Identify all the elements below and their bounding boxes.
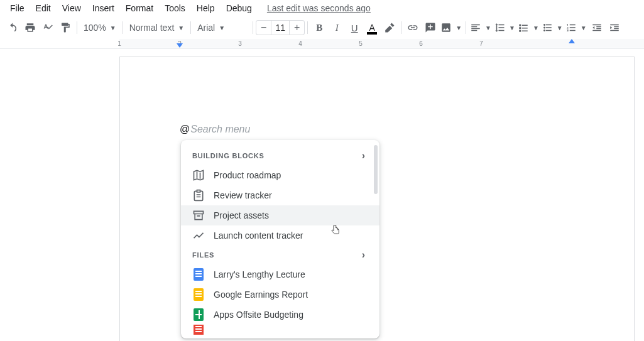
- ruler-number: 7: [479, 40, 483, 47]
- menu-format[interactable]: Format: [121, 1, 158, 16]
- section-building-blocks: BUILDING BLOCKS › Product roadmap Review…: [181, 146, 379, 246]
- item-label: Apps Offsite Budgeting: [214, 310, 303, 320]
- item-label: Product roadmap: [214, 170, 281, 180]
- at-symbol: @: [180, 124, 190, 135]
- ruler-area: 1 2 3 4 5 6 7: [0, 39, 644, 49]
- font-size-decrease-button[interactable]: −: [256, 20, 271, 35]
- item-launch-content-tracker[interactable]: Launch content tracker: [181, 225, 379, 246]
- paragraph-style-value: Normal text: [129, 23, 175, 33]
- chevron-right-icon: ›: [362, 150, 366, 161]
- docs-icon: [194, 268, 204, 281]
- item-label: Launch content tracker: [214, 230, 303, 241]
- caret-down-icon: ▼: [110, 24, 116, 31]
- last-edit-link[interactable]: Last edit was seconds ago: [267, 3, 371, 13]
- ruler-number: 4: [298, 40, 302, 47]
- sheets-icon: [194, 308, 204, 321]
- zoom-dropdown[interactable]: 100%▼: [80, 19, 120, 36]
- item-project-assets[interactable]: Project assets: [181, 205, 379, 225]
- separator: [401, 21, 401, 34]
- trend-icon: [192, 229, 205, 242]
- checklist-dropdown[interactable]: ▼: [516, 19, 540, 36]
- item-file-4[interactable]: [181, 325, 379, 335]
- ruler-number: 3: [238, 40, 242, 47]
- left-indent-marker-icon[interactable]: [177, 43, 183, 48]
- item-label: Project assets: [214, 210, 269, 220]
- separator: [123, 21, 123, 34]
- spellcheck-button[interactable]: [39, 19, 57, 36]
- line-spacing-dropdown[interactable]: ▼: [493, 19, 516, 36]
- undo-button[interactable]: [4, 19, 21, 36]
- clipboard-icon: [192, 189, 205, 202]
- right-indent-marker-icon[interactable]: [569, 39, 575, 43]
- insert-comment-button[interactable]: [422, 19, 439, 36]
- indent-increase-button[interactable]: [606, 19, 623, 36]
- smart-chip-menu: BUILDING BLOCKS › Product roadmap Review…: [181, 140, 379, 338]
- paint-format-button[interactable]: [57, 19, 74, 36]
- separator: [77, 21, 77, 34]
- menu-help[interactable]: Help: [192, 1, 220, 16]
- section-header-files[interactable]: FILES ›: [181, 246, 379, 264]
- ruler-number: 5: [359, 40, 363, 47]
- section-title: BUILDING BLOCKS: [192, 152, 265, 160]
- item-label: Review tracker: [214, 190, 272, 200]
- ruler[interactable]: 1 2 3 4 5 6 7: [119, 39, 644, 48]
- bulleted-list-dropdown[interactable]: ▼: [540, 19, 564, 36]
- menu-edit[interactable]: Edit: [31, 1, 56, 16]
- indent-decrease-button[interactable]: [588, 19, 606, 36]
- italic-button[interactable]: I: [328, 19, 346, 36]
- font-size-increase-button[interactable]: +: [290, 20, 305, 35]
- menu-file[interactable]: File: [5, 1, 30, 16]
- at-mention[interactable]: @ Search menu: [180, 124, 250, 135]
- text-color-button[interactable]: A: [363, 19, 381, 36]
- item-file-2[interactable]: Google Earnings Report: [181, 284, 379, 305]
- caret-down-icon: ▼: [219, 24, 225, 31]
- separator: [190, 21, 191, 34]
- align-dropdown[interactable]: ▼: [469, 19, 493, 36]
- caret-down-icon: ▼: [178, 24, 184, 31]
- font-size-input[interactable]: 11: [271, 20, 290, 35]
- insert-link-button[interactable]: [404, 19, 422, 36]
- item-review-tracker[interactable]: Review tracker: [181, 185, 379, 205]
- item-file-1[interactable]: Larry's Lengthy Lecture: [181, 264, 379, 284]
- item-product-roadmap[interactable]: Product roadmap: [181, 165, 379, 185]
- caret-down-icon: ▼: [456, 24, 462, 31]
- caret-down-icon: ▼: [509, 24, 515, 31]
- item-label: Google Earnings Report: [214, 290, 308, 300]
- menu-view[interactable]: View: [57, 1, 86, 16]
- font-value: Arial: [197, 23, 215, 33]
- separator: [466, 21, 466, 34]
- archive-icon: [192, 209, 205, 222]
- mention-placeholder: Search menu: [190, 124, 250, 135]
- item-label: Larry's Lengthy Lecture: [214, 269, 305, 279]
- numbered-list-dropdown[interactable]: ▼: [564, 19, 588, 36]
- zoom-value: 100%: [84, 23, 106, 33]
- separator: [253, 21, 253, 34]
- caret-down-icon: ▼: [581, 24, 587, 31]
- separator: [307, 21, 308, 34]
- section-header-building-blocks[interactable]: BUILDING BLOCKS ›: [181, 146, 379, 165]
- font-dropdown[interactable]: Arial▼: [194, 19, 250, 36]
- ruler-number: 6: [419, 40, 423, 47]
- scrollbar[interactable]: [374, 145, 378, 194]
- item-file-3[interactable]: Apps Offsite Budgeting: [181, 305, 379, 325]
- print-button[interactable]: [21, 19, 39, 36]
- slides-icon: [194, 288, 204, 301]
- menu-bar: File Edit View Insert Format Tools Help …: [0, 0, 644, 16]
- highlight-button[interactable]: [381, 19, 398, 36]
- menu-insert[interactable]: Insert: [87, 1, 119, 16]
- bold-button[interactable]: B: [310, 19, 328, 36]
- caret-down-icon: ▼: [485, 24, 491, 31]
- menu-debug[interactable]: Debug: [221, 1, 257, 16]
- caret-down-icon: ▼: [557, 24, 563, 31]
- insert-image-dropdown[interactable]: ▼: [439, 19, 463, 36]
- underline-button[interactable]: U: [346, 19, 363, 36]
- section-title: FILES: [192, 251, 214, 259]
- chevron-right-icon: ›: [362, 249, 366, 261]
- paragraph-style-dropdown[interactable]: Normal text▼: [126, 19, 188, 36]
- toolbar: 100%▼ Normal text▼ Arial▼ − 11 + B I U A…: [0, 16, 644, 39]
- file-icon: [194, 325, 204, 335]
- map-icon: [192, 169, 205, 181]
- menu-tools[interactable]: Tools: [160, 1, 190, 16]
- section-files: FILES › Larry's Lengthy Lecture Google E…: [181, 246, 379, 335]
- caret-down-icon: ▼: [533, 24, 539, 31]
